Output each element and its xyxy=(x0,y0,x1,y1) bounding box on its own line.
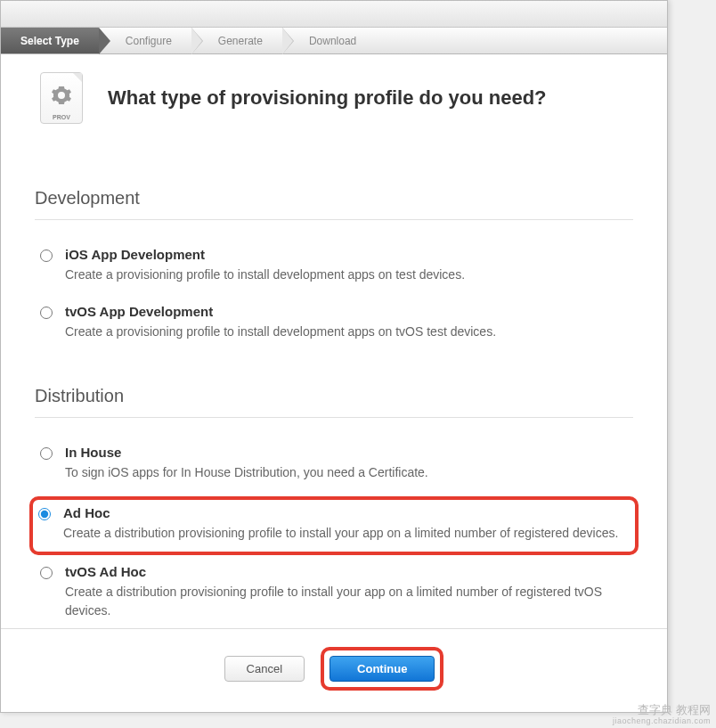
icon-caption: PROV xyxy=(53,114,70,120)
option-desc: Create a provisioning profile to install… xyxy=(65,266,628,284)
step-label: Download xyxy=(309,35,356,47)
page-title: What type of provisioning profile do you… xyxy=(108,86,547,110)
option-ios-app-development[interactable]: iOS App Development Create a provisionin… xyxy=(35,240,633,297)
watermark-sub: jiaocheng.chazidian.com xyxy=(613,716,711,726)
step-download[interactable]: Download xyxy=(282,28,376,53)
step-generate[interactable]: Generate xyxy=(191,28,282,53)
radio-ios-app-development[interactable] xyxy=(40,249,53,262)
watermark: 查字典 教程网 jiaocheng.chazidian.com xyxy=(613,703,711,726)
continue-highlight: Continue xyxy=(321,647,443,691)
step-label: Select Type xyxy=(20,35,79,47)
option-desc: Create a distribution provisioning profi… xyxy=(65,583,628,620)
page-header: PROV What type of provisioning profile d… xyxy=(35,72,633,156)
option-title: In House xyxy=(65,445,628,460)
section-title-development: Development xyxy=(35,188,633,220)
option-tvos-app-development[interactable]: tvOS App Development Create a provisioni… xyxy=(35,297,633,354)
option-title: tvOS App Development xyxy=(65,304,628,319)
step-label: Generate xyxy=(218,35,263,47)
option-title: tvOS Ad Hoc xyxy=(65,564,628,579)
radio-ad-hoc[interactable] xyxy=(38,508,51,520)
option-in-house[interactable]: In House To sign iOS apps for In House D… xyxy=(35,438,633,495)
option-ad-hoc[interactable]: Ad Hoc Create a distribution provisionin… xyxy=(29,496,639,555)
cancel-button[interactable]: Cancel xyxy=(224,656,305,682)
step-select-type[interactable]: Select Type xyxy=(1,28,99,53)
option-tvos-ad-hoc[interactable]: tvOS Ad Hoc Create a distribution provis… xyxy=(35,557,633,633)
provisioning-profile-icon: PROV xyxy=(40,72,83,124)
radio-tvos-app-development[interactable] xyxy=(40,307,53,319)
distribution-options: In House To sign iOS apps for In House D… xyxy=(35,438,633,633)
continue-button[interactable]: Continue xyxy=(330,656,435,682)
footer-actions: Cancel Continue xyxy=(1,628,667,691)
development-options: iOS App Development Create a provisionin… xyxy=(35,240,633,354)
step-label: Configure xyxy=(126,35,172,47)
window-toolbar xyxy=(1,1,667,28)
gear-icon xyxy=(51,85,72,106)
option-title: Ad Hoc xyxy=(63,505,630,520)
radio-tvos-ad-hoc[interactable] xyxy=(40,567,53,579)
watermark-main: 查字典 教程网 xyxy=(613,703,711,717)
option-desc: Create a distribution provisioning profi… xyxy=(63,524,630,543)
provisioning-profile-wizard: Select Type Configure Generate Download … xyxy=(0,0,668,713)
radio-in-house[interactable] xyxy=(40,447,53,460)
option-title: iOS App Development xyxy=(65,247,628,262)
main-content: PROV What type of provisioning profile d… xyxy=(1,54,667,683)
option-desc: To sign iOS apps for In House Distributi… xyxy=(65,463,628,482)
option-desc: Create a provisioning profile to install… xyxy=(65,323,628,341)
section-title-distribution: Distribution xyxy=(35,386,633,418)
wizard-steps: Select Type Configure Generate Download xyxy=(1,28,667,54)
step-configure[interactable]: Configure xyxy=(99,28,191,53)
